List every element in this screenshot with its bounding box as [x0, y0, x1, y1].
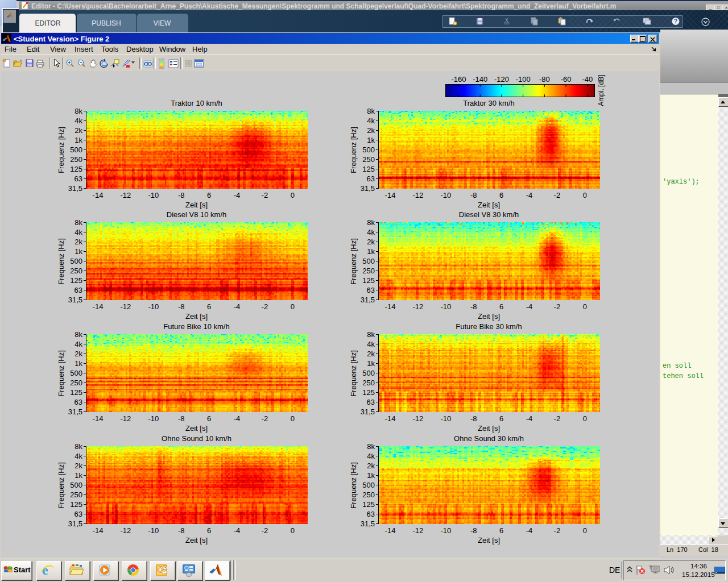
- svg-text:?: ?: [674, 18, 677, 24]
